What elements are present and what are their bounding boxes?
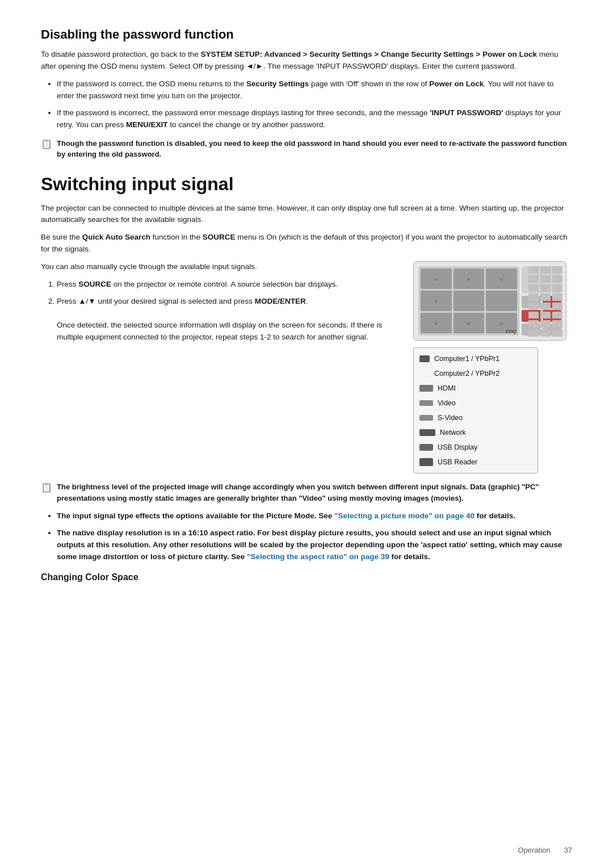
changing-color-space-title: Changing Color Space [41, 572, 572, 582]
note-icon-brightness: 📋 [41, 482, 52, 493]
switching-intro-1: The projector can be connected to multip… [41, 203, 572, 227]
numpad-cell [552, 329, 562, 337]
step-1: Press SOURCE on the projector or remote … [57, 279, 400, 291]
aspect-ratio-link[interactable]: "Selecting the aspect ratio" on page 39 [247, 552, 389, 561]
source-label-computer2: Computer2 / YPbPr2 [434, 368, 499, 379]
note-text: Though the password function is disabled… [57, 138, 572, 160]
source-item-video: Video [414, 396, 538, 410]
switching-bullets: The input signal type effects the option… [57, 510, 572, 563]
steps-column: You can also manually cycle through the … [41, 261, 400, 349]
proj-cell-4: ψ [421, 291, 452, 311]
proj-cell-6 [486, 291, 517, 311]
bullet-incorrect-password: If the password is incorrect, the passwo… [57, 107, 572, 131]
source-item-usb-reader: USB Reader [414, 455, 538, 469]
proj-cell-3: ⊟ [486, 269, 517, 289]
projector-left-panel: ⊟ ⊕ ⊟ ψ ⊟ ⊕ ⊟ [418, 266, 519, 336]
proj-cell-8: ⊕ [454, 313, 485, 333]
projector-panel-image: ⊟ ⊕ ⊟ ψ ⊟ ⊕ ⊟ [413, 261, 566, 341]
numpad-cell [552, 320, 562, 328]
source-label-video: Video [438, 397, 456, 409]
disable-password-intro: To disable password protection, go back … [41, 49, 572, 73]
proj-cell-5 [454, 291, 485, 311]
images-column: ⊟ ⊕ ⊟ ψ ⊟ ⊕ ⊟ [413, 261, 572, 473]
source-label-svideo: S-Video [438, 412, 463, 423]
source-icon-computer1 [419, 355, 430, 362]
source-item-network: Network [414, 425, 538, 440]
numpad-cell [528, 329, 539, 337]
numpad-cell [528, 275, 539, 283]
disable-password-note: 📋 Though the password function is disabl… [41, 138, 572, 160]
cycle-text: You can also manually cycle through the … [41, 261, 400, 273]
enq-label: enq. [506, 328, 518, 334]
source-item-computer2: Computer2 / YPbPr2 [414, 366, 538, 381]
numpad-cell [540, 284, 551, 292]
numpad-cell [528, 303, 539, 310]
source-icon-svideo [419, 415, 433, 421]
source-label-hdmi: HDMI [438, 383, 456, 394]
switching-input-section: Switching input signal The projector can… [41, 174, 572, 582]
source-label-usb-reader: USB Reader [438, 456, 477, 468]
proj-cell-1: ⊟ [421, 269, 452, 289]
source-label-usb-display: USB Display [438, 442, 477, 453]
disable-password-title: Disabling the password function [41, 27, 572, 42]
numpad-cell [552, 303, 562, 310]
brightness-note: 📋 The brightness level of the projected … [41, 481, 572, 504]
numpad-cell [540, 293, 551, 301]
source-icon-video [419, 400, 433, 406]
bullet-picture-mode: The input signal type effects the option… [57, 510, 572, 522]
numpad-cell [540, 303, 551, 310]
numpad-cell [528, 266, 539, 274]
proj-cell-2: ⊕ [454, 269, 485, 289]
numpad-cell [528, 312, 539, 319]
source-icon-network [419, 429, 435, 436]
source-label-network: Network [440, 427, 466, 438]
source-item-hdmi: HDMI [414, 381, 538, 396]
source-item-svideo: S-Video [414, 410, 538, 425]
numpad-cell [540, 275, 551, 283]
numpad-area [528, 266, 562, 337]
source-icon-hdmi [419, 385, 433, 392]
numpad-cell [540, 312, 551, 319]
bullet-native-resolution: The native display resolution is in a 16… [57, 527, 572, 563]
footer-section-label: Operation [518, 846, 550, 854]
source-label-computer1: Computer1 / YPbPr1 [434, 353, 499, 364]
numpad-cell [552, 266, 562, 274]
disable-password-bullets: If the password is correct, the OSD menu… [57, 78, 572, 131]
source-item-usb-display: USB Display [414, 440, 538, 455]
footer-page-number: 37 [564, 846, 572, 854]
numpad-cell [540, 266, 551, 274]
brightness-note-text: The brightness level of the projected im… [57, 481, 572, 504]
numpad-cell [528, 284, 539, 292]
numpad-cell [552, 312, 562, 319]
numpad-cell [552, 293, 562, 301]
numpad-cell [552, 284, 562, 292]
source-item-computer1: Computer1 / YPbPr1 [414, 351, 538, 366]
two-col-content: You can also manually cycle through the … [41, 261, 572, 473]
disable-password-section: Disabling the password function To disab… [41, 27, 572, 160]
footer: Operation 37 [518, 846, 572, 854]
proj-cell-7: ⊟ [421, 313, 452, 333]
switching-intro-2: Be sure the Quick Auto Search function i… [41, 232, 572, 255]
numpad-cell [528, 293, 539, 301]
source-icon-usb-reader [419, 458, 433, 466]
numpad-cell [540, 329, 551, 337]
numpad-cell [552, 275, 562, 283]
numpad-cell [528, 320, 539, 328]
switching-input-title: Switching input signal [41, 174, 572, 195]
source-icon-usb-display [419, 444, 433, 451]
picture-mode-link[interactable]: "Selecting a picture mode" on page 40 [334, 511, 475, 520]
steps-list: Press SOURCE on the projector or remote … [57, 279, 400, 343]
numpad-cell [540, 320, 551, 328]
step-2: Press ▲/▼ until your desired signal is s… [57, 296, 400, 343]
bullet-correct-password: If the password is correct, the OSD menu… [57, 78, 572, 102]
source-menu: Computer1 / YPbPr1 Computer2 / YPbPr2 HD… [413, 347, 538, 473]
note-icon: 📋 [41, 139, 52, 149]
